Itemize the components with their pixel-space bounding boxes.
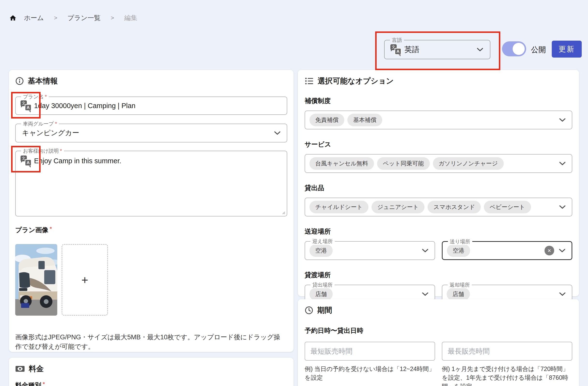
plan-name-label: プラン名* [21,93,49,100]
chip: ペット同乗可能 [377,157,430,170]
language-select-value: 英語 [404,45,419,55]
clock-icon [305,306,313,315]
translate-icon: 文 A [21,100,32,111]
options-title: 選択可能なオプション [305,76,572,86]
handover-location-label: 貸渡場所 [305,271,572,279]
plus-icon: + [82,273,88,287]
max-sale-hours-help: 例) 1ヶ月先まで受け付ける場合は「720時間」を設定、1年先まで受け付ける場合… [442,364,572,386]
basic-info-title: 基本情報 [15,76,287,86]
chip: 空港 [310,244,333,257]
dropoff-location-label: 送り場所 [448,238,472,245]
chip: 空港 [447,244,470,257]
chip: 台風キャンセル無料 [310,157,374,170]
chevron-down-icon [476,48,484,52]
chip: 基本補償 [347,114,382,126]
compensation-label: 補償制度 [305,96,572,105]
breadcrumb: ホーム > プラン一覧 > 編集 [9,14,137,22]
breadcrumb-separator: > [54,15,57,21]
chip: 店舗 [310,288,333,300]
period-title: 期間 [305,305,572,315]
chip: チャイルドシート [310,201,368,213]
chevron-down-icon [559,292,566,296]
image-upload-note: 画像形式はJPEG/PNG・サイズは最大5MB・最大10枚です。アップロード後に… [15,333,283,351]
chevron-down-icon [559,249,566,253]
plan-images-list: + [15,244,287,316]
vehicle-group-value: キャンピングカー [22,128,79,138]
plan-image-camper[interactable] [15,244,57,316]
return-location-label: 返却場所 [448,281,472,288]
chip: ガソリンノンチャージ [433,157,504,170]
camper-photo [15,244,57,316]
breadcrumb-plan-list[interactable]: プラン一覧 [67,14,101,22]
translate-icon: 文 A [390,44,401,55]
compensation-multiselect[interactable]: 免責補償 基本補償 [305,111,572,129]
chip: ベビーシート [484,201,531,213]
fees-title: 料金 [15,364,287,374]
vehicle-group-label: 車両グループ* [21,120,59,127]
chevron-down-icon [421,249,429,253]
rental-items-multiselect[interactable]: チャイルドシート ジュニアシート スマホスタンド ベビーシート [305,198,572,216]
services-multiselect[interactable]: 台風キャンセル無料 ペット同乗可能 ガソリンノンチャージ [305,154,572,173]
description-value: Enjoy Camp in this summer. [34,157,121,165]
dropoff-location-select[interactable]: 送り場所 空港 ✕ [442,241,572,260]
pickup-location-select[interactable]: 迎え場所 空港 [305,241,435,260]
clear-button[interactable]: ✕ [545,246,554,255]
description-textarea[interactable]: お客様向け説明* 文 A Enjoy Camp in this summer. [15,151,287,216]
breadcrumb-separator: > [111,15,114,21]
lend-location-label: 貸出場所 [310,281,335,288]
language-select-label: 言語 [390,37,404,44]
basic-info-card: 基本情報 プラン名* 文 A 1day 30000yen | Camping |… [9,70,294,352]
list-icon [305,77,314,85]
rental-items-label: 貸出品 [305,183,572,192]
reservation-period-label: 予約日時〜貸出日時 [305,326,572,335]
chevron-down-icon [421,292,429,296]
info-icon [15,77,24,85]
publish-toggle[interactable] [502,41,526,56]
clear-icon: ✕ [547,248,551,253]
translate-icon: 文 A [21,156,32,166]
breadcrumb-edit: 編集 [124,14,137,22]
chevron-down-icon [559,205,566,209]
chip: 免責補償 [310,114,344,126]
chip: ジュニアシート [372,201,424,213]
max-sale-hours-input[interactable] [442,342,572,361]
vehicle-group-select[interactable]: 車両グループ* キャンピングカー [15,124,287,142]
fee-type-label: 料金種別* [15,381,287,386]
chip: 店舗 [447,288,470,300]
publish-label: 公開 [531,45,546,55]
plan-name-input[interactable]: プラン名* 文 A 1day 30000yen | Camping | Plan [15,96,287,115]
chevron-down-icon [559,118,566,122]
options-card: 選択可能なオプション 補償制度 免責補償 基本補償 サービス 台風キャンセル無料… [298,70,579,296]
min-sale-hours-help: 例) 当日の予約を受けない場合は「12~24時間」を設定 [305,364,435,386]
add-image-button[interactable]: + [62,244,108,316]
breadcrumb-home[interactable]: ホーム [24,14,44,22]
chevron-down-icon [274,131,281,135]
language-select[interactable]: 言語 文 A 英語 [384,40,490,59]
publish-toggle-thumb [513,43,525,55]
pickup-location-label: 迎え場所 [310,238,335,245]
min-sale-hours-input[interactable] [305,342,435,361]
period-card: 期間 予約日時〜貸出日時 例) 当日の予約を受けない場合は「12~24時間」を設… [298,299,579,386]
money-icon [15,365,25,372]
services-label: サービス [305,140,572,149]
description-label: お客様向け説明* [21,148,64,154]
fees-card: 料金 料金種別* [9,358,294,386]
plan-images-label: プラン画像* [15,226,287,234]
chip: スマホスタンド [428,201,481,213]
home-icon[interactable] [9,14,17,22]
transfer-location-label: 送迎場所 [305,227,572,236]
resize-handle[interactable] [281,210,285,215]
chevron-down-icon [559,161,566,166]
plan-name-value: 1day 30000yen | Camping | Plan [34,102,136,110]
update-button[interactable]: 更新 [552,41,582,58]
